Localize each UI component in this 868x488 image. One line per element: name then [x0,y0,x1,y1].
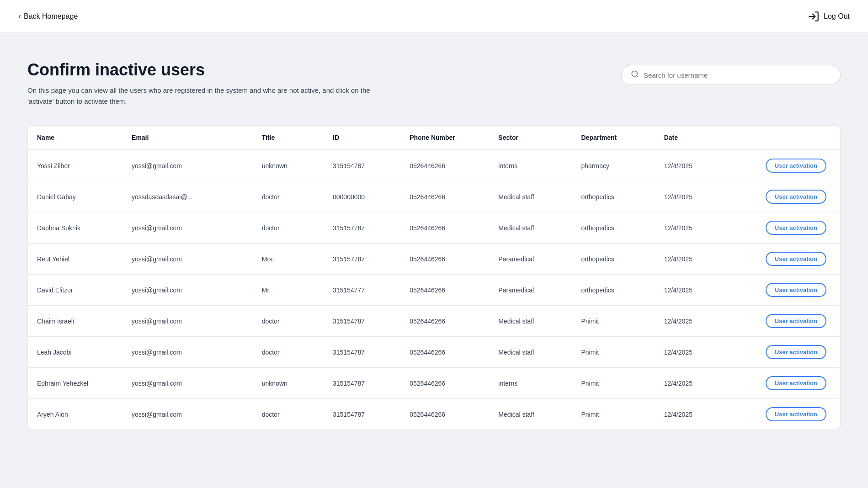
cell-email: yossi@gmail.com [122,244,253,275]
user-activation-button[interactable]: User activation [766,190,826,204]
table-row: Daphna Suknikyossi@gmail.comdoctor315157… [28,212,840,244]
col-header-action [732,126,840,150]
cell-department: orthopedics [572,275,655,306]
cell-phone: 0526446266 [400,399,489,430]
cell-title: Mr. [253,275,324,306]
cell-action: User activation [732,150,840,181]
cell-email: yossi@gmail.com [122,306,253,337]
cell-id: 000000000 [324,181,400,212]
page-title: Confirm inactive users [27,60,370,80]
cell-email: yossi@gmail.com [122,399,253,430]
cell-department: orthopedics [572,181,655,212]
table-row: Reut Yehielyossi@gmail.comMrs.3151577870… [28,244,840,275]
back-homepage-link[interactable]: ‹ Back Homepage [18,11,78,21]
user-activation-button[interactable]: User activation [766,252,826,266]
cell-email: yossi@gmail.com [122,275,253,306]
cell-date: 12/4/2025 [655,212,732,244]
cell-title: unknown [253,150,324,181]
cell-id: 315154787 [324,150,400,181]
svg-line-2 [636,75,638,77]
cell-phone: 0526446266 [400,181,489,212]
cell-title: doctor [253,399,324,430]
search-input[interactable] [644,71,831,79]
cell-sector: interns [489,368,572,399]
table-row: Yossi Zilberyossi@gmail.comunknown315154… [28,150,840,181]
cell-phone: 0526446266 [400,337,489,368]
cell-action: User activation [732,244,840,275]
top-section: Confirm inactive users On this page you … [27,60,841,107]
cell-email: yossi@gmail.com [122,150,253,181]
cell-sector: Medical staff [489,337,572,368]
cell-date: 12/4/2025 [655,399,732,430]
cell-date: 12/4/2025 [655,150,732,181]
cell-title: doctor [253,337,324,368]
cell-name: Daphna Suknik [28,212,122,244]
table-row: David Elitzuryossi@gmail.comMr.315154777… [28,275,840,306]
cell-phone: 0526446266 [400,275,489,306]
cell-email: yossi@gmail.com [122,212,253,244]
user-activation-button[interactable]: User activation [766,407,826,421]
cell-date: 12/4/2025 [655,337,732,368]
back-arrow-icon: ‹ [18,11,21,21]
user-activation-button[interactable]: User activation [766,283,826,297]
cell-id: 315154787 [324,306,400,337]
user-activation-button[interactable]: User activation [766,221,826,235]
back-homepage-label: Back Homepage [24,12,78,21]
cell-sector: Paramedical [489,275,572,306]
cell-sector: Medical staff [489,399,572,430]
page-description: On this page you can view all the users … [27,85,370,107]
col-header-sector: Sector [489,126,572,150]
users-table-wrapper: Name Email Title ID Phone Number Sector … [27,125,841,430]
cell-id: 315154787 [324,399,400,430]
cell-sector: interns [489,150,572,181]
cell-name: Reut Yehiel [28,244,122,275]
table-header-row: Name Email Title ID Phone Number Sector … [28,126,840,150]
cell-department: Pnimit [572,368,655,399]
page-header-text: Confirm inactive users On this page you … [27,60,370,107]
user-activation-button[interactable]: User activation [766,376,826,390]
col-header-email: Email [122,126,253,150]
col-header-title: Title [253,126,324,150]
col-header-department: Department [572,126,655,150]
cell-title: doctor [253,306,324,337]
cell-action: User activation [732,275,840,306]
col-header-date: Date [655,126,732,150]
cell-name: Ephraim Yehezkel [28,368,122,399]
cell-id: 315154787 [324,337,400,368]
cell-date: 12/4/2025 [655,275,732,306]
cell-action: User activation [732,337,840,368]
cell-action: User activation [732,181,840,212]
col-header-name: Name [28,126,122,150]
cell-sector: Paramedical [489,244,572,275]
header: ‹ Back Homepage Log Out [0,0,868,33]
cell-phone: 0526446266 [400,368,489,399]
cell-title: unknown [253,368,324,399]
cell-id: 315154787 [324,368,400,399]
cell-name: Aryeh Alon [28,399,122,430]
user-activation-button[interactable]: User activation [766,345,826,359]
cell-name: David Elitzur [28,275,122,306]
cell-action: User activation [732,368,840,399]
cell-action: User activation [732,306,840,337]
cell-title: Mrs. [253,244,324,275]
cell-phone: 0526446266 [400,212,489,244]
cell-name: Yossi Zilber [28,150,122,181]
user-activation-button[interactable]: User activation [766,159,826,173]
search-icon [631,70,639,80]
table-row: Chaim israeliyossi@gmail.comdoctor315154… [28,306,840,337]
cell-action: User activation [732,399,840,430]
cell-department: Pnimit [572,337,655,368]
user-activation-button[interactable]: User activation [766,314,826,328]
logout-icon [807,10,820,23]
cell-department: Pnimit [572,399,655,430]
cell-title: doctor [253,212,324,244]
cell-date: 12/4/2025 [655,368,732,399]
cell-department: pharmacy [572,150,655,181]
cell-id: 315154777 [324,275,400,306]
cell-date: 12/4/2025 [655,181,732,212]
cell-email: yossi@gmail.com [122,368,253,399]
cell-id: 315157787 [324,244,400,275]
table-body: Yossi Zilberyossi@gmail.comunknown315154… [28,150,840,430]
table-header: Name Email Title ID Phone Number Sector … [28,126,840,150]
logout-button[interactable]: Log Out [807,10,850,23]
